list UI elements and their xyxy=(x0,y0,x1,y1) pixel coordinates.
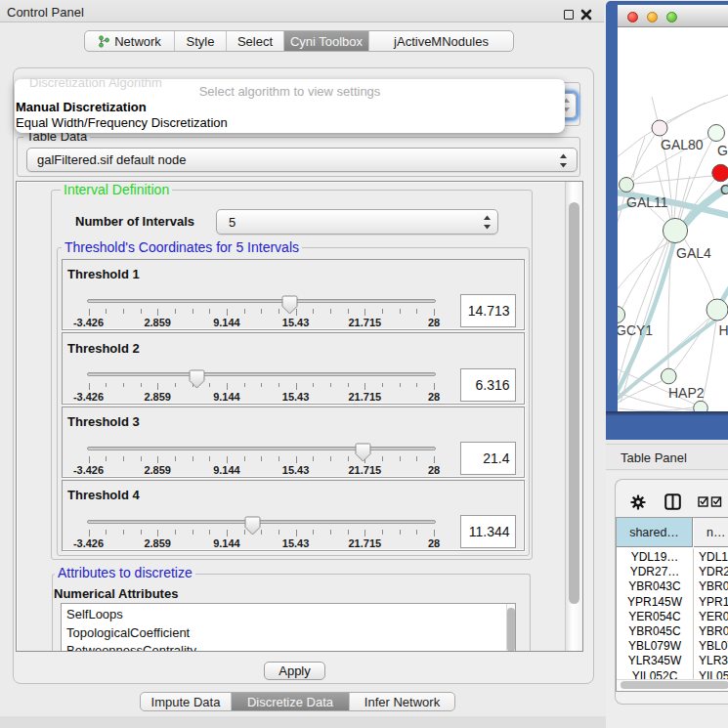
svg-text:GAL11: GAL11 xyxy=(626,194,668,210)
svg-text:H: H xyxy=(719,322,728,338)
svg-text:GAL4: GAL4 xyxy=(676,245,711,261)
svg-text:GA: GA xyxy=(717,143,728,158)
svg-text:GCY1: GCY1 xyxy=(618,322,653,338)
svg-text:GAL80: GAL80 xyxy=(661,137,704,152)
svg-text:C: C xyxy=(720,182,728,197)
svg-text:HAP2: HAP2 xyxy=(668,385,705,401)
